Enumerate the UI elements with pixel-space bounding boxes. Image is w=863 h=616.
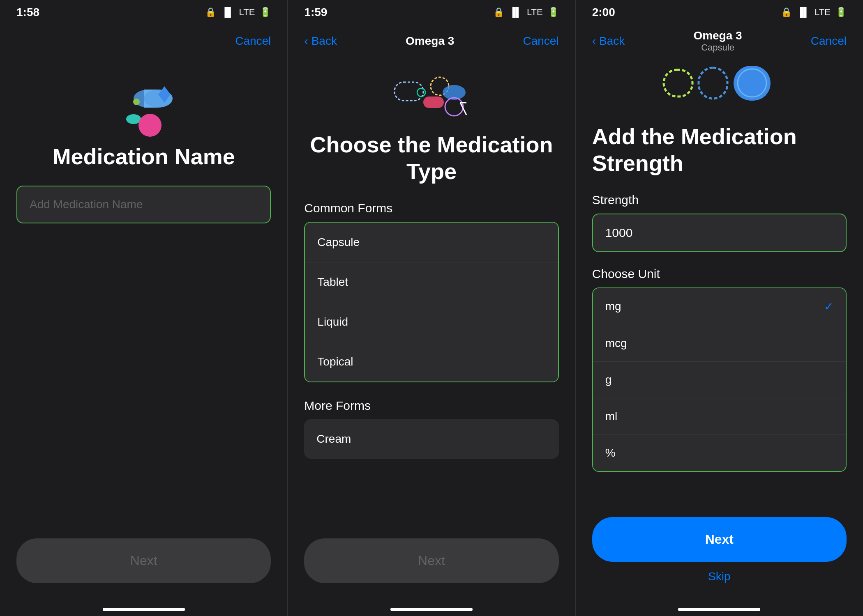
nav-bar-1: Cancel	[0, 25, 287, 57]
svg-rect-15	[664, 70, 692, 97]
form-item-capsule[interactable]: Capsule	[305, 223, 558, 262]
medication-name-input[interactable]: Add Medication Name	[16, 186, 271, 223]
unit-mcg-label: mcg	[605, 337, 627, 350]
status-bar-3: 2:00 🔒 ▐▌ LTE 🔋	[576, 0, 863, 25]
nav-title-sub-3: Capsule	[693, 42, 742, 53]
status-time-2: 1:59	[304, 6, 327, 19]
unit-item-g[interactable]: g	[593, 362, 846, 398]
nav-title-2: Omega 3	[406, 34, 454, 48]
screen-3: 2:00 🔒 ▐▌ LTE 🔋 ‹ Back Omega 3 Capsule C…	[576, 0, 863, 616]
home-indicator-2	[288, 595, 575, 616]
home-bar-2	[390, 608, 473, 611]
chevron-left-icon-2: ‹	[304, 34, 308, 48]
form-item-topical[interactable]: Topical	[305, 342, 558, 382]
topical-label: Topical	[317, 355, 353, 368]
svg-point-11	[417, 88, 425, 97]
lte-label-1: LTE	[239, 7, 255, 18]
cancel-button-3[interactable]: Cancel	[811, 34, 847, 48]
lock-icon-1: 🔒	[205, 7, 216, 18]
signal-icon-1: ▐▌	[221, 7, 234, 18]
common-forms-list: Capsule Tablet Liquid Topical	[304, 222, 558, 382]
signal-icon-3: ▐▌	[797, 7, 810, 18]
screen-1: 1:58 🔒 ▐▌ LTE 🔋 Cancel	[0, 0, 288, 616]
back-button-3[interactable]: ‹ Back	[592, 34, 625, 48]
status-icons-2: 🔒 ▐▌ LTE 🔋	[493, 7, 559, 18]
skip-button-3[interactable]: Skip	[592, 570, 847, 583]
screen1-title: Medication Name	[53, 144, 235, 169]
screen1-bottom: Next	[0, 530, 287, 595]
battery-icon-2: 🔋	[548, 7, 559, 18]
next-button-3[interactable]: Next	[592, 517, 847, 562]
nav-bar-3: ‹ Back Omega 3 Capsule Cancel	[576, 25, 863, 57]
unit-item-mg[interactable]: mg ✓	[593, 288, 846, 325]
svg-rect-16	[699, 68, 727, 99]
form-item-cream[interactable]: Cream	[304, 419, 558, 459]
unit-percent-label: %	[605, 446, 616, 460]
home-bar-3	[678, 608, 760, 611]
home-indicator-1	[0, 595, 287, 616]
nav-title-main-3: Omega 3	[693, 29, 742, 42]
unit-check-mg: ✓	[824, 300, 833, 313]
nav-bar-2: ‹ Back Omega 3 Cancel	[288, 25, 575, 57]
home-indicator-3	[576, 595, 863, 616]
medication-name-placeholder: Add Medication Name	[30, 198, 143, 211]
common-forms-label: Common Forms	[304, 201, 558, 215]
home-bar-1	[103, 608, 185, 611]
unit-ml-label: ml	[605, 410, 618, 423]
back-label-3: Back	[599, 34, 625, 48]
screen3-title: Add the Medication Strength	[592, 123, 847, 177]
more-forms-list: Cream	[304, 419, 558, 459]
status-time-3: 2:00	[592, 6, 615, 19]
unit-label: Choose Unit	[592, 267, 847, 281]
screen-2: 1:59 🔒 ▐▌ LTE 🔋 ‹ Back Omega 3 Cancel	[288, 0, 575, 616]
strength-label: Strength	[592, 193, 847, 207]
svg-rect-17	[734, 66, 771, 101]
strength-input[interactable]: 1000	[592, 214, 847, 252]
unit-item-mcg[interactable]: mcg	[593, 325, 846, 362]
unit-list: mg ✓ mcg g ml %	[592, 287, 847, 472]
status-time-1: 1:58	[16, 6, 39, 19]
unit-item-percent[interactable]: %	[593, 435, 846, 471]
screen1-content: Medication Name Add Medication Name	[0, 57, 287, 530]
medication-icon-1	[103, 74, 185, 140]
signal-icon-2: ▐▌	[509, 7, 522, 18]
unit-mg-label: mg	[605, 300, 621, 313]
battery-icon-1: 🔋	[260, 7, 271, 18]
status-bar-1: 1:58 🔒 ▐▌ LTE 🔋	[0, 0, 287, 25]
svg-rect-10	[423, 97, 444, 108]
form-item-liquid[interactable]: Liquid	[305, 302, 558, 342]
svg-point-5	[133, 99, 140, 105]
capsule-label: Capsule	[317, 236, 360, 248]
screen2-title: Choose the Medication Type	[304, 131, 558, 185]
svg-point-3	[126, 114, 141, 124]
next-button-1[interactable]: Next	[16, 538, 271, 583]
back-label-2: Back	[312, 34, 337, 48]
next-button-2[interactable]: Next	[304, 538, 558, 583]
battery-icon-3: 🔋	[835, 7, 847, 18]
status-bar-2: 1:59 🔒 ▐▌ LTE 🔋	[288, 0, 575, 25]
status-icons-1: 🔒 ▐▌ LTE 🔋	[205, 7, 271, 18]
tablet-label: Tablet	[317, 276, 348, 288]
capsule-icon-container	[576, 57, 863, 123]
capsule-icon	[662, 62, 777, 111]
cancel-button-1[interactable]: Cancel	[235, 34, 271, 48]
screen2-bottom: Next	[288, 530, 575, 595]
svg-rect-7	[395, 82, 423, 101]
unit-g-label: g	[605, 373, 612, 386]
lte-label-2: LTE	[527, 7, 543, 18]
lte-label-3: LTE	[815, 7, 831, 18]
lock-icon-3: 🔒	[781, 7, 792, 18]
screen3-content: Add the Medication Strength Strength 100…	[576, 123, 863, 509]
strength-value: 1000	[605, 226, 633, 239]
cream-label: Cream	[316, 432, 351, 445]
form-item-tablet[interactable]: Tablet	[305, 262, 558, 302]
cancel-button-2[interactable]: Cancel	[523, 34, 558, 48]
svg-point-4	[138, 114, 162, 137]
screen3-bottom: Next Skip	[576, 509, 863, 595]
unit-item-ml[interactable]: ml	[593, 398, 846, 435]
screen2-content: Choose the Medication Type Common Forms …	[288, 57, 575, 530]
svg-point-12	[445, 98, 463, 116]
medication-type-icon	[390, 70, 473, 127]
status-icons-3: 🔒 ▐▌ LTE 🔋	[781, 7, 847, 18]
back-button-2[interactable]: ‹ Back	[304, 34, 337, 48]
